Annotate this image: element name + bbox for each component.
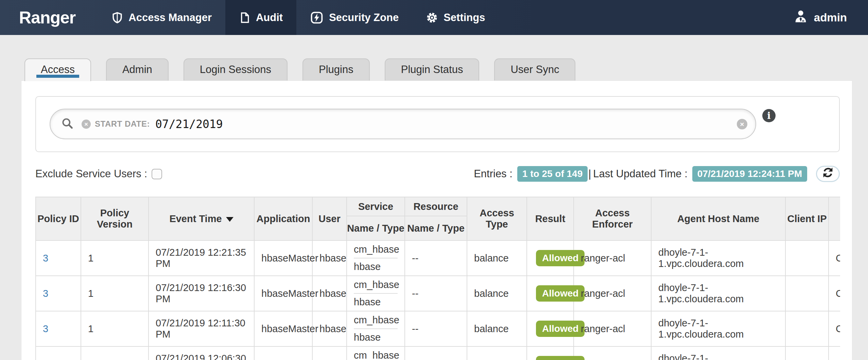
result-cell: Allowed <box>527 311 574 346</box>
search-icon <box>61 117 73 131</box>
audit-table-row: 3 1 07/21/2019 12:16:30 PM hbaseMaster h… <box>36 276 840 311</box>
access-type-cell: balance <box>467 346 527 360</box>
exclude-service-users-label: Exclude Service Users : <box>35 168 147 180</box>
audit-tabs: Access Admin Login Sessions Plugins Plug… <box>24 58 590 81</box>
policy-id-link[interactable]: 3 <box>43 253 48 264</box>
policy-id-link[interactable]: 3 <box>43 288 48 299</box>
refresh-icon <box>822 166 834 181</box>
application-cell: hbaseMaster <box>254 240 312 276</box>
resource-cell: -- <box>405 346 467 360</box>
col-policy-version: Policy Version <box>81 197 149 240</box>
access-enforcer-cell: ranger-acl <box>574 240 651 276</box>
clear-search-icon[interactable]: × <box>737 119 747 129</box>
user-icon <box>794 9 808 26</box>
event-time-cell: 07/21/2019 12:06:30 PM <box>149 346 254 360</box>
search-input[interactable]: × START DATE: 07/21/2019 × <box>50 109 756 139</box>
nav-item-label: Settings <box>444 12 485 24</box>
remove-filter-tag-icon[interactable]: × <box>82 120 91 129</box>
audit-log-table: Policy ID Policy Version Event Time Appl… <box>35 197 840 360</box>
audit-access-panel: × START DATE: 07/21/2019 × i Exclude Ser… <box>21 80 852 360</box>
col-user: User <box>312 197 347 240</box>
policy-version-cell: 1 <box>81 311 149 346</box>
ranger-logo[interactable]: Ranger <box>0 0 98 35</box>
service-type: hbase <box>354 258 398 275</box>
policy-id-link[interactable]: 3 <box>43 323 48 334</box>
access-enforcer-cell: ranger-acl <box>574 311 651 346</box>
audit-table-container: Policy ID Policy Version Event Time Appl… <box>35 197 840 360</box>
col-group-service: Service <box>347 197 405 216</box>
access-enforcer-cell: ranger-acl <box>574 276 651 311</box>
nav-access-manager[interactable]: Access Manager <box>98 0 225 35</box>
user-menu[interactable]: admin <box>772 0 868 35</box>
user-cell: hbase <box>312 346 347 360</box>
agent-host-cell: dhoyle-7-1-1.vpc.cloudera.com <box>651 240 785 276</box>
tab-user-sync[interactable]: User Sync <box>494 58 575 80</box>
filter-tag-label: START DATE: <box>95 119 150 129</box>
col-group-resource: Resource <box>405 197 467 216</box>
col-policy-id: Policy ID <box>36 197 81 240</box>
shield-icon <box>111 12 123 23</box>
event-time-cell: 07/21/2019 12:21:35 PM <box>149 240 254 276</box>
exclude-service-users-checkbox[interactable] <box>152 169 162 179</box>
result-cell: Allowed <box>527 240 574 276</box>
col-event-time[interactable]: Event Time <box>149 197 254 240</box>
nav-settings[interactable]: Settings <box>412 0 499 35</box>
policy-id-link[interactable]: 3 <box>43 359 48 360</box>
agent-host-cell: dhoyle-7-1-1.vpc.cloudera.com <box>651 346 785 360</box>
service-type: hbase <box>354 294 398 311</box>
col-access-type: Access Type <box>467 197 527 240</box>
user-name: admin <box>814 11 847 24</box>
application-cell: hbaseMaster <box>254 346 312 360</box>
col-service-name-type: Name / Type <box>347 216 405 240</box>
service-cell: cm_hbase hbase <box>347 240 405 276</box>
resource-cell: -- <box>405 240 467 276</box>
client-ip-cell <box>785 276 829 311</box>
service-name: cm_hbase <box>354 311 398 329</box>
application-cell: hbaseMaster <box>254 311 312 346</box>
policy-version-cell: 1 <box>81 346 149 360</box>
access-type-cell: balance <box>467 276 527 311</box>
cluster-cell-clipped: C <box>829 311 840 346</box>
tab-plugin-status[interactable]: Plugin Status <box>385 58 480 80</box>
col-agent-host-name: Agent Host Name <box>651 197 785 240</box>
entries-label: Entries : <box>474 168 513 180</box>
nav-audit[interactable]: Audit <box>225 0 296 35</box>
top-navbar: Ranger Access Manager Audit Security Zon… <box>0 0 868 35</box>
refresh-button[interactable] <box>816 166 840 182</box>
resource-cell: -- <box>405 311 467 346</box>
nav-item-label: Access Manager <box>128 12 212 24</box>
tab-access[interactable]: Access <box>24 58 91 81</box>
result-badge: Allowed <box>536 356 585 360</box>
cluster-cell-clipped: C <box>829 240 840 276</box>
col-result: Result <box>527 197 574 240</box>
nav-item-label: Security Zone <box>329 12 399 24</box>
col-resource-name-type: Name / Type <box>405 216 467 240</box>
tab-login-sessions[interactable]: Login Sessions <box>184 58 288 80</box>
audit-table-body: 3 1 07/21/2019 12:21:35 PM hbaseMaster h… <box>36 240 840 360</box>
col-access-enforcer: Access Enforcer <box>574 197 651 240</box>
policy-version-cell: 1 <box>81 276 149 311</box>
last-updated-label: Last Updated Time : <box>593 168 687 180</box>
access-enforcer-cell: ranger-acl <box>574 346 651 360</box>
agent-host-cell: dhoyle-7-1-1.vpc.cloudera.com <box>651 276 785 311</box>
nav-security-zone[interactable]: Security Zone <box>296 0 412 35</box>
service-name: cm_hbase <box>354 347 398 360</box>
search-filter-box: × START DATE: 07/21/2019 × i <box>35 96 840 152</box>
resource-cell: -- <box>405 276 467 311</box>
audit-table-row: 3 1 07/21/2019 12:21:35 PM hbaseMaster h… <box>36 240 840 276</box>
tab-admin[interactable]: Admin <box>106 58 169 80</box>
filter-tag-value: 07/21/2019 <box>155 118 223 131</box>
cluster-cell-clipped: C <box>829 276 840 311</box>
col-client-ip: Client IP <box>785 197 829 240</box>
file-icon <box>239 12 250 23</box>
col-application: Application <box>254 197 312 240</box>
event-time-cell: 07/21/2019 12:11:30 PM <box>149 311 254 346</box>
last-updated-badge: 07/21/2019 12:24:11 PM <box>692 166 807 182</box>
info-icon[interactable]: i <box>762 109 776 122</box>
service-cell: cm_hbase hbase <box>347 276 405 311</box>
col-cluster-clipped: C <box>829 197 840 240</box>
service-cell: cm_hbase hbase <box>347 311 405 346</box>
tab-plugins[interactable]: Plugins <box>302 58 370 80</box>
result-badge: Allowed <box>536 250 585 266</box>
result-badge: Allowed <box>536 321 585 337</box>
